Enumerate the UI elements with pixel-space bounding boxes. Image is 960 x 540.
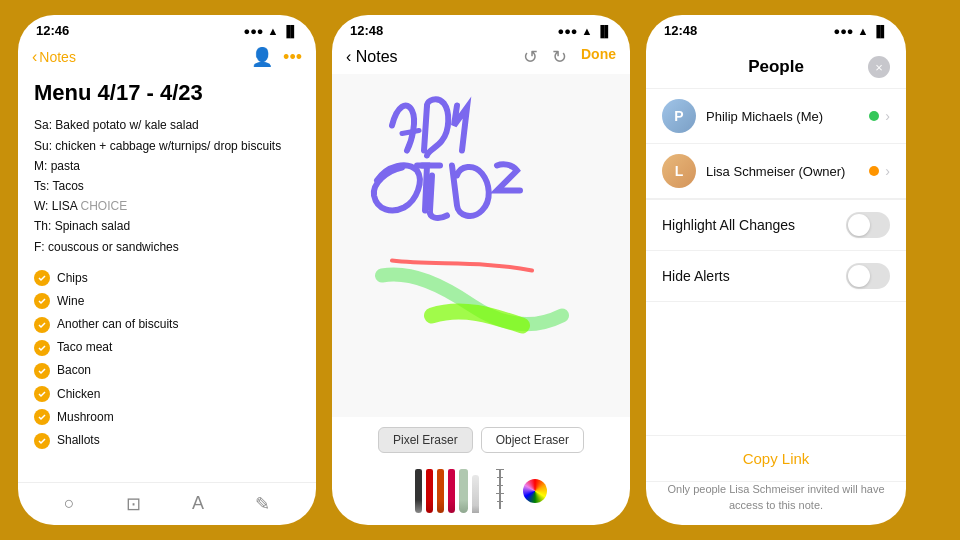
pen-tool-4[interactable]: [448, 469, 455, 513]
size-tool[interactable]: [495, 469, 505, 513]
check-label: Another can of biscuits: [57, 315, 178, 334]
undo-icon[interactable]: ↺: [523, 46, 538, 68]
check-item: Chips: [34, 269, 300, 288]
wifi-icon: ▲: [268, 25, 279, 37]
pen-tool-6[interactable]: [472, 475, 479, 513]
compose-icon[interactable]: ✎: [255, 493, 270, 515]
check-item: Another can of biscuits: [34, 315, 300, 334]
orange-dot: [869, 166, 879, 176]
signal-icon: ●●●: [244, 25, 264, 37]
person-row-1[interactable]: P Philip Michaels (Me) ›: [646, 89, 906, 144]
avatar-philip: P: [662, 99, 696, 133]
drawing-nav-right: ↺ ↻ Done: [523, 46, 616, 68]
share-note-text: Only people Lisa Schmeiser invited will …: [646, 482, 906, 525]
menu-line-7: F: couscous or sandwiches: [34, 238, 300, 257]
check-circle: [34, 409, 50, 425]
avatar-lisa: L: [662, 154, 696, 188]
checklist: Chips Wine Another can of biscuits Taco …: [34, 269, 300, 451]
check-item: Mushroom: [34, 408, 300, 427]
hide-alerts-toggle[interactable]: [846, 263, 890, 289]
check-label: Taco meat: [57, 338, 112, 357]
check-label: Wine: [57, 292, 84, 311]
drawing-area[interactable]: [332, 74, 630, 417]
chevron-right-icon-1: ›: [885, 108, 890, 124]
highlight-all-changes-row: Highlight All Changes: [646, 200, 906, 251]
close-button[interactable]: ×: [868, 56, 890, 78]
back-button-left[interactable]: ‹ Notes: [32, 48, 76, 66]
person-row-2[interactable]: L Lisa Schmeiser (Owner) ›: [646, 144, 906, 199]
right-phone: 12:48 ●●● ▲ ▐▌ People × P Philip Michael…: [646, 15, 906, 525]
menu-line-2: Su: chicken + cabbage w/turnips/ drop bi…: [34, 137, 300, 156]
spacer-flex: [646, 302, 906, 435]
check-circle: [34, 340, 50, 356]
time-middle: 12:48: [350, 23, 383, 38]
check-label: Chicken: [57, 385, 100, 404]
color-wheel[interactable]: [523, 479, 547, 503]
check-label: Mushroom: [57, 408, 114, 427]
status-bar-left: 12:46 ●●● ▲ ▐▌: [18, 15, 316, 42]
check-circle: [34, 317, 50, 333]
middle-phone: 12:48 ●●● ▲ ▐▌ ‹ Notes ↺ ↻ Done: [332, 15, 630, 525]
pen-tool-5[interactable]: [459, 469, 468, 513]
pen-tool-2[interactable]: [426, 469, 433, 513]
status-icons-left: ●●● ▲ ▐▌: [244, 25, 298, 37]
highlight-all-changes-label: Highlight All Changes: [662, 217, 795, 233]
check-item: Chicken: [34, 385, 300, 404]
person-right-2: ›: [869, 163, 890, 179]
wifi-icon-r: ▲: [858, 25, 869, 37]
check-label: Chips: [57, 269, 88, 288]
nav-bar-left: ‹ Notes 👤 •••: [18, 42, 316, 74]
back-label-middle: Notes: [356, 48, 398, 65]
drawing-svg: [332, 74, 630, 417]
pen-tool-3[interactable]: [437, 469, 444, 513]
check-circle: [34, 270, 50, 286]
menu-line-1: Sa: Baked potato w/ kale salad: [34, 116, 300, 135]
person-info-1: Philip Michaels (Me): [706, 107, 869, 125]
check-item: Taco meat: [34, 338, 300, 357]
check-circle: [34, 386, 50, 402]
person-right-1: ›: [869, 108, 890, 124]
person-name-1: Philip Michaels (Me): [706, 109, 823, 124]
object-eraser-button[interactable]: Object Eraser: [481, 427, 584, 453]
check-label: Shallots: [57, 431, 100, 450]
chevron-right-icon-2: ›: [885, 163, 890, 179]
redo-icon[interactable]: ↻: [552, 46, 567, 68]
check-item: Wine: [34, 292, 300, 311]
eraser-options: Pixel Eraser Object Eraser: [332, 417, 630, 463]
note-title: Menu 4/17 - 4/23: [18, 74, 316, 114]
status-bar-right: 12:48 ●●● ▲ ▐▌: [646, 15, 906, 42]
status-bar-middle: 12:48 ●●● ▲ ▐▌: [332, 15, 630, 42]
hide-alerts-label: Hide Alerts: [662, 268, 730, 284]
hide-alerts-row: Hide Alerts: [646, 251, 906, 302]
check-circle: [34, 363, 50, 379]
markup-icon[interactable]: A: [192, 493, 204, 515]
more-icon[interactable]: •••: [283, 47, 302, 68]
tools-bar: [332, 463, 630, 525]
status-icons-middle: ●●● ▲ ▐▌: [558, 25, 612, 37]
people-title: People: [684, 57, 868, 77]
camera-icon[interactable]: ⊡: [126, 493, 141, 515]
person-info-2: Lisa Schmeiser (Owner): [706, 162, 869, 180]
menu-line-6: Th: Spinach salad: [34, 217, 300, 236]
menu-line-3: M: pasta: [34, 157, 300, 176]
back-button-middle[interactable]: ‹ Notes: [346, 48, 398, 66]
people-icon[interactable]: 👤: [251, 46, 273, 68]
time-left: 12:46: [36, 23, 69, 38]
green-dot: [869, 111, 879, 121]
close-icon: ×: [875, 60, 883, 75]
pixel-eraser-button[interactable]: Pixel Eraser: [378, 427, 473, 453]
battery-icon-m: ▐▌: [596, 25, 612, 37]
checklist-icon[interactable]: ○: [64, 493, 75, 515]
pen-tool-1[interactable]: [415, 469, 422, 513]
highlight-all-changes-toggle[interactable]: [846, 212, 890, 238]
pen-tools: [415, 469, 479, 513]
done-button[interactable]: Done: [581, 46, 616, 68]
status-icons-right: ●●● ▲ ▐▌: [834, 25, 888, 37]
back-chevron-icon: ‹: [32, 48, 37, 66]
people-header: People ×: [646, 42, 906, 88]
choice-text: CHOICE: [80, 199, 127, 213]
bottom-toolbar-left: ○ ⊡ A ✎: [18, 482, 316, 525]
signal-icon-r: ●●●: [834, 25, 854, 37]
check-item: Shallots: [34, 431, 300, 450]
copy-link-button[interactable]: Copy Link: [646, 436, 906, 481]
